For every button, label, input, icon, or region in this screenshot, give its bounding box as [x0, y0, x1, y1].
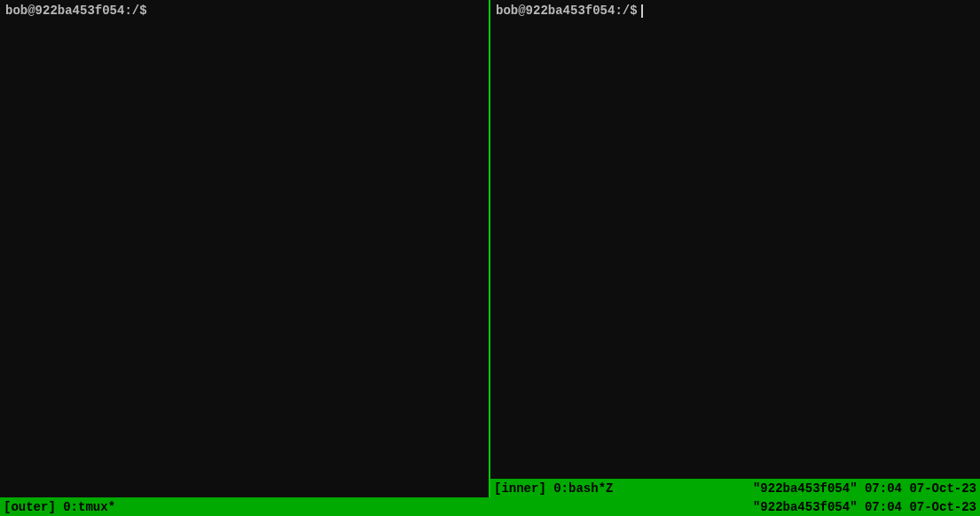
outer-session-name: [outer]	[4, 500, 56, 514]
tmux-pane-left[interactable]: bob@922ba453f054:/$	[0, 0, 490, 497]
spacer	[56, 500, 63, 514]
tmux-pane-right[interactable]: bob@922ba453f054:/$ [inner] 0:bash*Z "92…	[490, 0, 980, 497]
cursor-icon	[641, 4, 643, 18]
outer-status-left: [outer] 0:tmux*	[4, 500, 115, 514]
inner-date: 07-Oct-23	[909, 481, 976, 496]
inner-session-name: [inner]	[494, 481, 546, 496]
pane-right-content: bob@922ba453f054:/$	[490, 0, 980, 479]
shell-prompt-right: bob@922ba453f054:/$	[496, 4, 638, 18]
shell-prompt-left: bob@922ba453f054:/$	[5, 4, 147, 18]
spacer	[858, 500, 865, 514]
outer-status-right: "922ba453f054" 07:04 07-Oct-23	[753, 500, 976, 514]
tmux-status-bar-outer: [outer] 0:tmux* "922ba453f054" 07:04 07-…	[0, 497, 980, 516]
tmux-status-bar-inner: [inner] 0:bash*Z "922ba453f054" 07:04 07…	[490, 479, 980, 497]
spacer	[546, 481, 553, 496]
spacer	[902, 500, 909, 514]
prompt-line-right: bob@922ba453f054:/$	[496, 4, 975, 18]
spacer	[858, 481, 865, 496]
outer-date: 07-Oct-23	[909, 500, 976, 514]
spacer	[902, 481, 909, 496]
inner-time: 07:04	[865, 481, 902, 496]
prompt-line-left: bob@922ba453f054:/$	[5, 4, 483, 18]
inner-status-left: [inner] 0:bash*Z	[494, 481, 613, 496]
inner-host: "922ba453f054"	[753, 481, 858, 496]
terminal-container: bob@922ba453f054:/$ bob@922ba453f054:/$ …	[0, 0, 980, 497]
outer-host: "922ba453f054"	[753, 500, 858, 514]
outer-window-info: 0:tmux*	[63, 500, 115, 514]
inner-window-info: 0:bash*Z	[553, 481, 613, 496]
outer-time: 07:04	[865, 500, 902, 514]
inner-status-right: "922ba453f054" 07:04 07-Oct-23	[753, 481, 976, 496]
